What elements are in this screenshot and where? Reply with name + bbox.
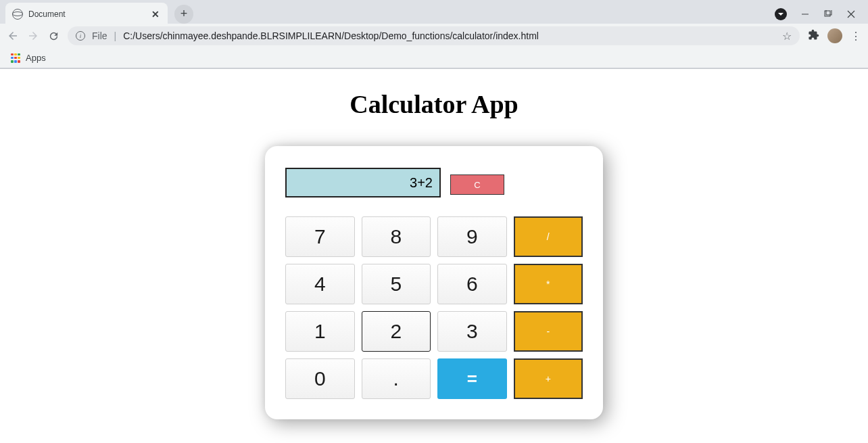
key-equals[interactable]: = [437, 358, 507, 399]
key-5[interactable]: 5 [362, 264, 431, 304]
tab-title: Document [28, 9, 145, 19]
key-6[interactable]: 6 [437, 264, 507, 304]
tab-strip: Document ✕ + [0, 0, 868, 24]
reload-icon[interactable] [47, 30, 59, 42]
bookmark-star-icon[interactable]: ☆ [782, 30, 792, 43]
key-9[interactable]: 9 [437, 216, 507, 257]
window-controls [775, 8, 868, 20]
profile-avatar[interactable] [827, 28, 842, 43]
apps-label[interactable]: Apps [26, 53, 46, 63]
calculator: C 7 8 9 / 4 5 6 * 1 2 3 - 0 . = + [265, 146, 603, 419]
svg-rect-1 [825, 11, 830, 16]
key-2[interactable]: 2 [362, 311, 431, 352]
close-window-icon[interactable] [846, 9, 856, 19]
key-8[interactable]: 8 [362, 216, 431, 257]
menu-icon[interactable]: ⋮ [850, 30, 861, 43]
globe-icon [12, 9, 23, 20]
close-tab-icon[interactable]: ✕ [150, 9, 161, 20]
browser-chrome: Document ✕ + i [0, 0, 868, 69]
browser-tab[interactable]: Document ✕ [5, 3, 168, 26]
svg-rect-0 [802, 14, 809, 14]
url-text: C:/Users/chinmayee.deshpande.BLRSIMPLILE… [123, 30, 775, 41]
info-icon[interactable]: i [76, 31, 85, 41]
key-1[interactable]: 1 [285, 311, 355, 352]
key-multiply[interactable]: * [514, 264, 583, 304]
clear-button[interactable]: C [450, 174, 504, 195]
new-tab-button[interactable]: + [174, 5, 193, 24]
url-scheme: File [92, 30, 107, 41]
key-plus[interactable]: + [514, 358, 583, 399]
key-dot[interactable]: . [362, 358, 431, 399]
calculator-display[interactable] [285, 168, 441, 197]
key-minus[interactable]: - [514, 311, 583, 352]
forward-icon[interactable] [27, 30, 39, 42]
key-7[interactable]: 7 [285, 216, 355, 257]
key-0[interactable]: 0 [285, 358, 355, 399]
back-icon[interactable] [7, 30, 19, 42]
maximize-icon[interactable] [823, 9, 833, 19]
key-3[interactable]: 3 [437, 311, 507, 352]
page-title: Calculator App [0, 89, 868, 119]
calculator-top-row: C [281, 168, 587, 197]
page-content: Calculator App C 7 8 9 / 4 5 6 * 1 2 3 -… [0, 69, 868, 419]
bookmarks-bar: Apps [0, 48, 868, 68]
key-4[interactable]: 4 [285, 264, 355, 304]
address-bar[interactable]: i File | C:/Users/chinmayee.deshpande.BL… [68, 26, 800, 45]
apps-grid-icon[interactable] [11, 53, 20, 63]
key-divide[interactable]: / [514, 216, 583, 257]
url-separator: | [114, 30, 117, 41]
extensions-icon[interactable] [808, 29, 819, 43]
minimize-icon[interactable] [800, 9, 810, 19]
keypad: 7 8 9 / 4 5 6 * 1 2 3 - 0 . = + [281, 216, 587, 399]
toolbar: i File | C:/Users/chinmayee.deshpande.BL… [0, 24, 868, 48]
extension-badge-icon[interactable] [775, 8, 787, 20]
